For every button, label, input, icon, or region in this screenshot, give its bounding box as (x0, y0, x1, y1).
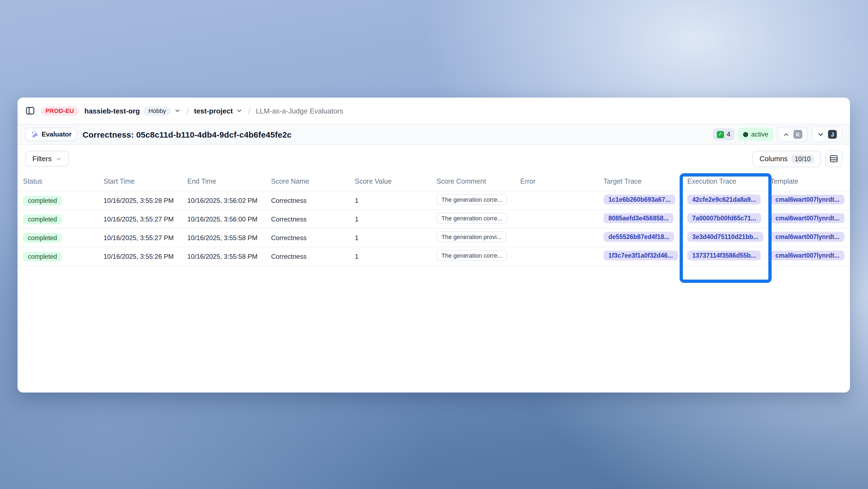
previous-run-button[interactable]: K (777, 127, 808, 142)
status-chip: completed (23, 214, 62, 224)
score-name-cell: Correctness (271, 253, 355, 260)
score-name-cell: Correctness (271, 215, 355, 223)
execution-trace-chip[interactable]: 13737114f3586d55b... (687, 251, 761, 260)
success-count: 4 (727, 131, 730, 138)
columns-count-badge: 10/10 (791, 154, 814, 163)
score-value-cell: 1 (355, 197, 436, 204)
execution-trace-chip[interactable]: 7a00007b00fd65c71... (687, 213, 761, 223)
column-header-error[interactable]: Error (520, 177, 603, 185)
table-row[interactable]: completed 10/16/2025, 3:55:26 PM 10/16/2… (18, 247, 850, 266)
score-value-cell: 1 (355, 215, 436, 223)
score-comment-chip[interactable]: The generation corre... (436, 213, 507, 224)
evaluator-type-label: Evaluator (42, 131, 71, 138)
row-height-icon (829, 154, 838, 163)
target-trace-chip[interactable]: 8085aefd3e456858... (603, 213, 674, 223)
status-chip: completed (23, 233, 62, 242)
breadcrumb-separator: / (186, 106, 189, 115)
chevron-down-icon (817, 131, 824, 138)
status-badge: active (738, 128, 773, 141)
start-time-cell: 10/16/2025, 3:55:28 PM (103, 197, 187, 204)
table-row[interactable]: completed 10/16/2025, 3:55:27 PM 10/16/2… (18, 229, 850, 247)
check-icon: ✓ (717, 131, 724, 138)
breadcrumb-project[interactable]: test-project (194, 107, 233, 115)
execution-trace-chip[interactable]: 42cfe2e9c621da8a9... (687, 195, 761, 204)
column-header-score-comment[interactable]: Score Comment (436, 177, 520, 185)
column-header-start-time[interactable]: Start Time (103, 177, 187, 185)
app-window: PROD-EU hassieb-test-org Hobby / test-pr… (18, 97, 850, 393)
score-comment-chip[interactable]: The generation corre... (436, 194, 507, 205)
table-toolbar: Filters Columns 10/10 (18, 145, 850, 172)
evaluator-header: Evaluator Correctness: 05c8c11d-b110-4db… (18, 124, 850, 145)
score-name-cell: Correctness (271, 234, 355, 241)
column-header-status[interactable]: Status (23, 177, 103, 185)
row-height-button[interactable] (825, 150, 842, 167)
score-value-cell: 1 (355, 253, 436, 260)
plan-badge: Hobby (144, 106, 171, 115)
end-time-cell: 10/16/2025, 3:56:00 PM (187, 215, 271, 223)
column-header-execution-trace[interactable]: Execution Trace (687, 177, 771, 185)
score-comment-chip[interactable]: The generation corre... (436, 250, 507, 261)
next-run-button[interactable]: J (812, 127, 842, 142)
template-chip[interactable]: cmal6wart007lynrdt... (771, 195, 844, 204)
template-chip[interactable]: cmal6wart007lynrdt... (771, 251, 844, 260)
wand-sparkles-icon (31, 131, 38, 138)
target-trace-chip[interactable]: de55526b87ed4f18... (603, 232, 674, 242)
columns-button[interactable]: Columns 10/10 (752, 150, 821, 167)
target-trace-chip[interactable]: 1f3c7ee3f1a0f32d46... (603, 251, 678, 260)
column-header-target-trace[interactable]: Target Trace (603, 177, 687, 185)
shortcut-key-badge: K (794, 130, 802, 139)
score-name-cell: Correctness (271, 197, 355, 204)
chevron-down-icon (174, 108, 181, 114)
evaluator-type-badge: Evaluator (25, 128, 77, 141)
table-header-row: Status Start Time End Time Score Name Sc… (18, 172, 850, 191)
breadcrumb: PROD-EU hassieb-test-org Hobby / test-pr… (18, 97, 850, 124)
breadcrumb-org[interactable]: hassieb-test-org (84, 107, 140, 115)
page-title: Correctness: 05c8c11d-b110-4db4-9dcf-c4b… (83, 130, 291, 139)
filters-label: Filters (32, 154, 52, 163)
status-dot-icon (743, 132, 748, 137)
breadcrumb-page: LLM-as-a-Judge Evaluators (256, 107, 343, 115)
table-row[interactable]: completed 10/16/2025, 3:55:27 PM 10/16/2… (18, 210, 850, 229)
column-header-score-value[interactable]: Score Value (355, 177, 436, 185)
filters-button[interactable]: Filters (25, 151, 69, 167)
score-comment-chip[interactable]: The generation provi... (436, 231, 506, 242)
execution-trace-chip[interactable]: 3e3d40d75110d21bb... (687, 232, 764, 242)
end-time-cell: 10/16/2025, 3:55:58 PM (187, 253, 271, 260)
target-trace-chip[interactable]: 1c1e6b260b693a67... (603, 195, 675, 204)
environment-badge: PROD-EU (40, 106, 79, 115)
sidebar-toggle-button[interactable] (25, 106, 35, 116)
status-label: active (751, 131, 768, 138)
column-header-template[interactable]: Template (771, 177, 850, 185)
chevron-down-icon (56, 155, 62, 162)
end-time-cell: 10/16/2025, 3:56:02 PM (187, 197, 271, 204)
template-chip[interactable]: cmal6wart007lynrdt... (771, 232, 844, 242)
start-time-cell: 10/16/2025, 3:55:27 PM (103, 234, 187, 241)
org-switcher-button[interactable] (174, 108, 181, 114)
panel-left-icon (25, 106, 35, 116)
score-value-cell: 1 (355, 234, 436, 241)
start-time-cell: 10/16/2025, 3:55:27 PM (103, 215, 187, 223)
start-time-cell: 10/16/2025, 3:55:26 PM (103, 253, 187, 260)
end-time-cell: 10/16/2025, 3:55:58 PM (187, 234, 271, 241)
chevron-up-icon (782, 131, 790, 138)
desktop-background: PROD-EU hassieb-test-org Hobby / test-pr… (0, 0, 868, 489)
column-header-end-time[interactable]: End Time (187, 177, 271, 185)
chevron-down-icon (236, 108, 243, 114)
columns-label: Columns (760, 154, 788, 163)
status-chip: completed (23, 196, 62, 205)
breadcrumb-separator: / (248, 106, 251, 115)
table-row[interactable]: completed 10/16/2025, 3:55:28 PM 10/16/2… (18, 191, 850, 210)
column-header-score-name[interactable]: Score Name (271, 177, 355, 185)
success-count-badge: ✓ 4 (713, 128, 734, 140)
project-switcher-button[interactable] (236, 108, 243, 114)
shortcut-key-badge: J (828, 130, 837, 139)
template-chip[interactable]: cmal6wart007lynrdt... (771, 213, 844, 223)
status-chip: completed (23, 251, 62, 261)
